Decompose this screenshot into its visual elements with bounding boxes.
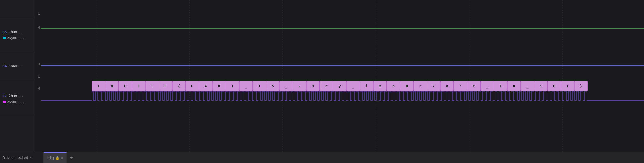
d7-channel-row: D7 Chan... Async ...: [0, 81, 35, 116]
svg-text:v: v: [298, 84, 301, 88]
left-panel: D5 Chan... Async ... D6 Chan... D7 Chan.…: [0, 0, 35, 152]
svg-text:7: 7: [432, 84, 435, 88]
d7-id: D7: [2, 94, 7, 98]
svg-rect-86: [574, 81, 588, 91]
svg-rect-70: [467, 81, 481, 91]
svg-text:3: 3: [312, 84, 314, 88]
tab-close-button[interactable]: ×: [61, 156, 63, 160]
top-channel-row: [0, 0, 35, 17]
svg-text:U: U: [191, 84, 193, 88]
svg-rect-74: [494, 81, 507, 91]
d7-sub-text: Async ...: [7, 100, 25, 104]
d7-sub-label: Async ...: [2, 100, 32, 104]
svg-rect-30: [199, 81, 212, 91]
svg-text:i: i: [540, 84, 542, 88]
svg-rect-68: [454, 81, 467, 91]
svg-rect-40: [266, 81, 279, 91]
svg-text:r: r: [325, 84, 328, 88]
d6-channel-row: D6 Chan...: [0, 52, 35, 81]
svg-rect-44: [293, 81, 306, 91]
svg-rect-48: [320, 81, 333, 91]
svg-rect-36: [239, 81, 253, 91]
svg-rect-78: [521, 81, 534, 91]
svg-text:_: _: [245, 84, 247, 89]
d5-sub-text: Async ...: [7, 36, 25, 40]
svg-text:T: T: [97, 84, 100, 88]
svg-text:n: n: [513, 84, 515, 88]
svg-text:A: A: [205, 84, 207, 88]
tab-name: sig: [47, 156, 54, 160]
svg-text:H: H: [38, 26, 40, 30]
tab-add-button[interactable]: +: [67, 152, 76, 163]
d5-channel-row: D5 Chan... Async ...: [0, 17, 35, 52]
svg-text:_: _: [526, 84, 529, 89]
svg-text:_: _: [486, 84, 488, 89]
d6-id: D6: [2, 64, 7, 68]
svg-text:_: _: [285, 84, 287, 89]
connection-status[interactable]: Disconnected ▾: [0, 152, 44, 163]
svg-text:H: H: [38, 87, 40, 90]
svg-rect-38: [253, 81, 266, 91]
svg-text:m: m: [379, 84, 381, 88]
svg-rect-16: [105, 81, 119, 91]
svg-rect-80: [534, 81, 548, 91]
d5-dot: [3, 37, 6, 39]
svg-rect-64: [427, 81, 440, 91]
svg-rect-32: [212, 81, 226, 91]
svg-rect-50: [333, 81, 346, 91]
svg-text:i: i: [365, 84, 368, 88]
svg-rect-58: [387, 81, 400, 91]
d5-id: D5: [2, 30, 7, 34]
svg-text:U: U: [124, 84, 126, 88]
svg-rect-24: [159, 81, 172, 91]
svg-rect-82: [548, 81, 561, 91]
d5-name: Chan...: [9, 30, 24, 34]
waveform-area[interactable]: L H H L H T H: [35, 0, 644, 152]
svg-text:C: C: [138, 84, 140, 88]
svg-rect-56: [373, 81, 387, 91]
svg-rect-18: [119, 81, 132, 91]
svg-rect-46: [306, 81, 320, 91]
svg-text:5: 5: [272, 84, 274, 88]
svg-text:1: 1: [258, 84, 261, 88]
tab-lock-icon: 🔒: [55, 156, 59, 160]
svg-rect-72: [481, 81, 494, 91]
svg-text:t: t: [473, 84, 475, 88]
svg-rect-52: [346, 81, 360, 91]
svg-text:T: T: [231, 84, 234, 88]
svg-text:0: 0: [406, 84, 408, 88]
svg-rect-22: [145, 81, 159, 91]
main-area: D5 Chan... Async ... D6 Chan... D7 Chan.…: [0, 0, 644, 152]
svg-rect-76: [507, 81, 521, 91]
status-text: Disconnected: [3, 156, 28, 160]
svg-text:a: a: [446, 84, 448, 88]
svg-text:H: H: [111, 84, 113, 88]
svg-rect-54: [360, 81, 373, 91]
tabbar: Disconnected ▾ sig 🔒 × +: [0, 152, 644, 163]
tab-sig[interactable]: sig 🔒 ×: [44, 152, 67, 163]
svg-rect-62: [414, 81, 427, 91]
svg-rect-13: [92, 81, 474, 92]
d7-label: D7 Chan...: [2, 94, 32, 98]
svg-text:L: L: [38, 12, 40, 15]
svg-rect-26: [172, 81, 186, 91]
svg-text:n: n: [459, 84, 462, 88]
svg-rect-84: [561, 81, 574, 91]
svg-rect-66: [440, 81, 454, 91]
d7-name: Chan...: [9, 94, 24, 98]
svg-rect-34: [226, 81, 239, 91]
chevron-icon: ▾: [30, 156, 32, 159]
svg-text:T: T: [151, 84, 153, 88]
d5-sub-label: Async ...: [2, 36, 32, 40]
svg-text:F: F: [164, 84, 167, 88]
svg-text:_: _: [352, 84, 354, 89]
d6-name: Chan...: [9, 64, 24, 68]
svg-text:H: H: [38, 62, 40, 66]
svg-text:0: 0: [553, 84, 555, 88]
svg-text:L: L: [38, 75, 40, 78]
svg-text:p: p: [392, 84, 395, 88]
svg-rect-28: [186, 81, 199, 91]
d7-dot: [3, 101, 6, 103]
svg-rect-14: [92, 81, 105, 91]
svg-text:{: {: [178, 84, 180, 88]
